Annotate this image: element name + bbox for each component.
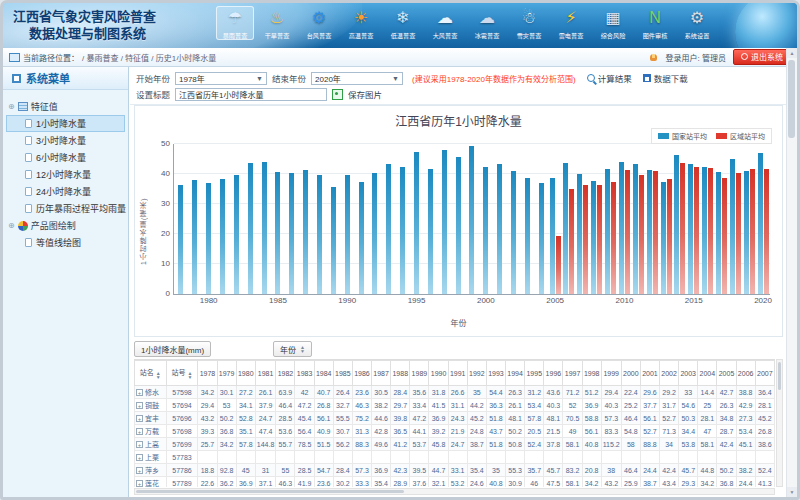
toolbar-item-rainstorm[interactable]: ☂暴雨普查 [216,6,254,40]
sidebar-item-precip-1h[interactable]: 1小时降水量 [6,115,125,132]
year-column-header[interactable]: 2001 [640,361,659,386]
sidebar-group-feature-values[interactable]: ⊕特征值 [6,98,125,115]
expand-icon[interactable]: + [136,389,143,396]
table-row[interactable]: +宜丰5769643.250.252.824.728.545.456.155.5… [135,412,775,425]
year-column-header[interactable]: 1986 [352,361,371,386]
year-column-header[interactable]: 2004 [698,361,717,386]
table-row[interactable]: +上高5769925.734.257.8144.855.778.551.556.… [135,438,775,451]
expand-icon[interactable]: ⊕ [8,222,15,230]
scroll-down-arrow[interactable]: ▼ [787,487,797,497]
year-column-header[interactable]: 1982 [276,361,295,386]
station-name-header[interactable]: 站名 ▲▼ [135,361,167,386]
year-column-header[interactable]: 1995 [525,361,544,386]
year-column-header[interactable]: 1983 [295,361,314,386]
toolbar-item-risk-calc[interactable]: ▦综合风险 [594,6,632,40]
year-column-header[interactable]: 1979 [217,361,236,386]
toolbar-item-low-temp[interactable]: ❄低温普查 [384,6,422,40]
expand-icon[interactable]: + [136,441,143,448]
unit-chip[interactable]: 1小时降水量(mm) [134,341,211,357]
scroll-thumb[interactable] [778,362,781,390]
expand-icon[interactable]: + [136,402,143,409]
expand-icon[interactable]: + [136,428,143,435]
sort-icons[interactable]: ▲▼ [187,371,192,379]
toolbar-item-map-review[interactable]: N图件审核 [636,6,674,40]
year-column-header[interactable]: 1997 [563,361,582,386]
year-column-header[interactable]: 2000 [621,361,640,386]
year-column-header[interactable]: 1981 [255,361,276,386]
table-row[interactable]: +萍乡5778618.892.845315528.554.728.457.336… [135,464,775,477]
toolbar-item-lightning[interactable]: ⚡雷电普查 [552,6,590,40]
toolbar-item-snow[interactable]: ☃雪灾普查 [510,6,548,40]
expand-icon[interactable]: ⊕ [8,103,15,111]
bar-regional-avg [569,189,574,294]
logout-button[interactable]: 退出系统 [733,49,791,65]
station-id-header[interactable]: 站号 ▲▼ [166,361,198,386]
chart-title-input[interactable] [175,88,327,101]
toolbar-item-hail[interactable]: ☁冰雹普查 [468,6,506,40]
sidebar-item-precip-12h[interactable]: 12小时降水量 [6,166,125,183]
year-column-header[interactable]: 2006 [736,361,755,386]
year-column-header[interactable]: 2007 [755,361,774,386]
table-row[interactable]: +上栗57783 [135,451,775,464]
year-column-header[interactable]: 1998 [582,361,601,386]
toolbar-item-settings[interactable]: ⚙系统设置 [678,6,716,40]
sidebar-item-storm-process-avg[interactable]: 历年暴雨过程平均雨量 [6,200,125,217]
year-column-header[interactable]: 1996 [544,361,563,386]
table-horizontal-scrollbar[interactable] [134,488,775,495]
table-row[interactable]: +万载5769839.336.835.147.453.656.440.930.7… [135,425,775,438]
value-cell: 39.8 [391,412,410,425]
toolbar-item-typhoon[interactable]: ⚙台风普查 [300,6,338,40]
sidebar-item-precip-6h[interactable]: 6小时降水量 [6,149,125,166]
year-column-header[interactable]: 1993 [486,361,505,386]
legend-entry[interactable]: 区域站平均 [716,131,765,141]
sort-icons[interactable]: ▲▼ [156,371,161,379]
toolbar-item-gale[interactable]: ☁大风普查 [426,6,464,40]
table-row[interactable]: +修水5759834.230.127.226.163.94240.726.423… [135,386,775,399]
year-column-header[interactable]: 2005 [717,361,736,386]
expand-icon[interactable]: + [136,454,143,461]
year-column-header[interactable]: 1991 [448,361,467,386]
sidebar-item-contour-plot[interactable]: 等值线绘图 [6,234,125,251]
end-year-select[interactable]: 2020年 ▼ [311,72,403,85]
start-year-select[interactable]: 1978年 ▼ [175,72,267,85]
table-row[interactable]: +铜鼓5769429.45334.137.946.447.226.832.746… [135,399,775,412]
breadcrumb[interactable]: / 暴雨普查 / 特征值 / 历史1小时降水量 [82,52,216,63]
sort-icons[interactable]: ▲▼ [300,345,305,353]
save-image-button[interactable]: 保存图片 [348,88,382,100]
value-cell: 35 [486,464,505,477]
calculate-button[interactable]: 计算结果 [587,72,632,84]
toolbar-item-high-temp[interactable]: ☀高温普查 [342,6,380,40]
sidebar-item-precip-3h[interactable]: 3小时降水量 [6,132,125,149]
expand-icon[interactable]: + [136,480,143,487]
toolbar-item-drought[interactable]: ♨干旱普查 [258,6,296,40]
expand-icon[interactable]: + [136,467,143,474]
year-column-header[interactable]: 1980 [236,361,255,386]
year-column-header[interactable]: 1992 [467,361,486,386]
year-column-header[interactable]: 2003 [679,361,698,386]
year-column-header[interactable]: 1988 [391,361,410,386]
value-cell: 56.1 [582,425,601,438]
year-column-header[interactable]: 1990 [429,361,448,386]
legend-entry[interactable]: 国家站平均 [658,131,707,141]
table-vertical-scrollbar[interactable] [776,359,783,487]
year-sort-chip[interactable]: 年份 ▲▼ [273,341,312,357]
download-button[interactable]: 数据下载 [643,72,688,84]
year-column-header[interactable]: 1999 [601,361,621,386]
year-column-header[interactable]: 1989 [410,361,429,386]
image-preview-icon[interactable] [332,89,343,100]
year-column-header[interactable]: 1994 [506,361,525,386]
sidebar-group-product-mapping[interactable]: ⊕产品图绘制 [6,217,125,234]
value-cell: 53 [217,399,236,412]
year-column-header[interactable]: 1987 [372,361,391,386]
page-scrollbar[interactable]: ▲ ▼ [786,48,797,497]
year-column-header[interactable]: 1984 [314,361,333,386]
year-column-header[interactable]: 1985 [333,361,352,386]
sidebar-item-precip-24h[interactable]: 24小时降水量 [6,183,125,200]
scroll-thumb[interactable] [788,60,795,138]
year-column-header[interactable]: 2002 [660,361,679,386]
scroll-up-arrow[interactable]: ▲ [787,48,797,58]
expand-icon[interactable]: + [136,415,143,422]
table-row[interactable]: +莲花5778922.636.236.937.146.341.923.630.2… [135,477,775,488]
scroll-thumb[interactable] [136,490,404,493]
year-column-header[interactable]: 1978 [198,361,217,386]
